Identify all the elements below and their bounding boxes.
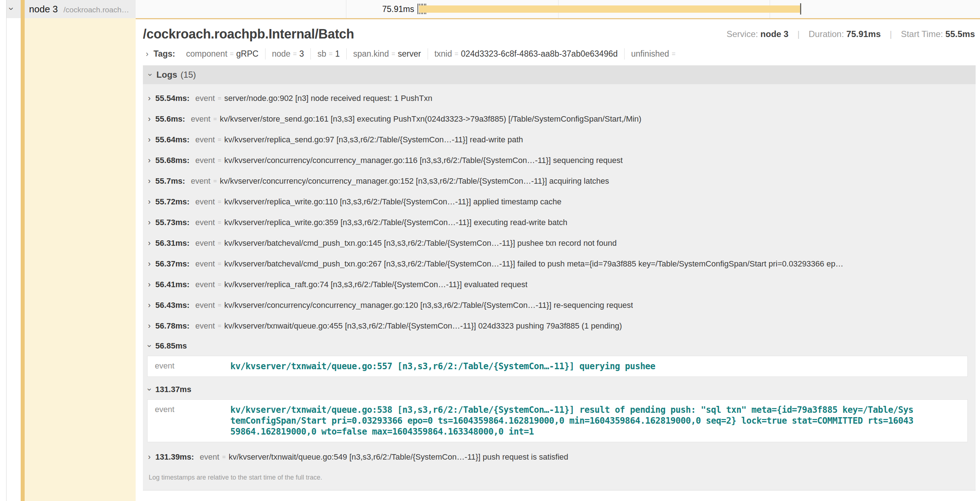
- equals-sign: =: [222, 453, 226, 461]
- collapse-span-chevron-icon[interactable]: ›: [7, 7, 16, 11]
- log-collapse-chevron-icon[interactable]: ›: [145, 388, 153, 391]
- log-message: kv/kvserver/batcheval/cmd_push_txn.go:14…: [224, 239, 617, 248]
- span-service-name[interactable]: node 3: [29, 4, 58, 15]
- log-expand-chevron-icon[interactable]: ›: [148, 322, 151, 330]
- log-marker-end-tick: [800, 3, 801, 14]
- log-row[interactable]: › 56.78ms: event = kv/kvserver/txnwait/q…: [143, 316, 976, 336]
- equals-sign: =: [329, 50, 332, 58]
- logs-collapse-chevron-icon[interactable]: ›: [146, 73, 154, 76]
- log-expand-chevron-icon[interactable]: ›: [148, 94, 151, 102]
- log-field-key: event: [196, 301, 215, 310]
- logs-footer-note: Log timestamps are relative to the start…: [143, 467, 976, 489]
- log-field-key[interactable]: event: [148, 361, 230, 372]
- log-message: server/node.go:902 [n3] node received re…: [224, 94, 432, 103]
- equals-sign: =: [391, 50, 395, 58]
- log-row[interactable]: › 56.31ms: event = kv/kvserver/batcheval…: [143, 233, 976, 254]
- span-indent-column: [25, 18, 136, 501]
- log-row[interactable]: › 55.54ms: event = server/node.go:902 [n…: [143, 88, 976, 108]
- log-timestamp: 55.68ms:: [155, 156, 189, 165]
- duration-label: Duration:: [809, 29, 844, 39]
- log-message: kv/kvserver/batcheval/cmd_push_txn.go:26…: [224, 259, 843, 269]
- log-field-key[interactable]: event: [148, 404, 230, 437]
- log-timestamp: 56.41ms:: [155, 280, 189, 289]
- log-expand-chevron-icon[interactable]: ›: [148, 136, 151, 144]
- equals-sign: =: [218, 95, 221, 102]
- log-row[interactable]: › 55.73ms: event = kv/kvserver/replica_w…: [143, 212, 976, 233]
- log-expand-chevron-icon[interactable]: ›: [148, 239, 151, 247]
- log-row-expanded-header[interactable]: › 56.85ms: [143, 338, 976, 354]
- tag[interactable]: node = 3: [265, 48, 310, 59]
- log-expand-chevron-icon[interactable]: ›: [148, 281, 151, 289]
- log-row[interactable]: › 56.37ms: event = kv/kvserver/batcheval…: [143, 254, 976, 274]
- tag[interactable]: span.kind = server: [346, 48, 428, 59]
- log-field-table: event kv/kvserver/txnwait/queue.go:557 […: [147, 356, 968, 377]
- log-message: kv/kvserver/store_send.go:161 [n3,s3] ex…: [220, 114, 641, 124]
- tag-key: component: [186, 49, 228, 59]
- tags-accordion[interactable]: › Tags: component = gRPC node = 3 sb = 1…: [143, 48, 976, 59]
- tag[interactable]: component = gRPC: [180, 48, 265, 59]
- log-row[interactable]: › 55.72ms: event = kv/kvserver/replica_w…: [143, 191, 976, 212]
- tag-key: txnid: [434, 49, 452, 59]
- log-expand-chevron-icon[interactable]: ›: [148, 156, 151, 164]
- log-timestamp: 56.31ms:: [155, 239, 189, 248]
- log-field-key: event: [196, 135, 215, 145]
- equals-sign: =: [218, 198, 221, 206]
- equals-sign: =: [218, 239, 221, 247]
- log-row[interactable]: › 55.68ms: event = kv/kvserver/concurren…: [143, 150, 976, 171]
- stats-separator: |: [890, 29, 892, 39]
- log-row[interactable]: › 56.41ms: event = kv/kvserver/replica_r…: [143, 274, 976, 295]
- log-field-key: event: [196, 280, 215, 289]
- tag-value: 1: [335, 49, 340, 59]
- equals-sign: =: [672, 50, 676, 58]
- equals-sign: =: [218, 136, 221, 144]
- log-field-value-line: 59864.162819000,0 wto=false max=16043598…: [230, 426, 913, 437]
- span-duration-bar[interactable]: [419, 5, 801, 13]
- log-field-value-line: kv/kvserver/txnwait/queue.go:538 [n3,s3,…: [230, 404, 913, 415]
- log-field-key: event: [191, 176, 210, 186]
- logs-title: Logs: [156, 70, 177, 80]
- log-row[interactable]: › 131.39ms: event = kv/kvserver/txnwait/…: [143, 447, 976, 467]
- log-row[interactable]: › 55.6ms: event = kv/kvserver/store_send…: [143, 108, 976, 129]
- tag-list: component = gRPC node = 3 sb = 1 span.ki…: [180, 48, 684, 59]
- log-row-expanded-header[interactable]: › 131.37ms: [143, 381, 976, 398]
- log-message: kv/kvserver/txnwait/queue.go:549 [n3,s3,…: [229, 452, 568, 462]
- log-row[interactable]: › 56.43ms: event = kv/kvserver/concurren…: [143, 295, 976, 316]
- logs-section: › Logs (15) › 55.54ms: event = server/no…: [143, 65, 976, 490]
- span-detail-panel: /cockroach.roachpb.Internal/Batch Servic…: [136, 18, 980, 501]
- logs-accordion-header[interactable]: › Logs (15): [143, 65, 976, 84]
- log-expand-chevron-icon[interactable]: ›: [148, 115, 151, 123]
- log-expand-chevron-icon[interactable]: ›: [148, 198, 151, 206]
- log-expand-chevron-icon[interactable]: ›: [148, 260, 151, 268]
- equals-sign: =: [218, 260, 221, 268]
- log-row[interactable]: › 55.7ms: event = kv/kvserver/concurrenc…: [143, 171, 976, 191]
- logs-count: (15): [181, 70, 196, 80]
- log-timestamp: 56.78ms:: [155, 321, 189, 331]
- tags-expand-chevron-icon[interactable]: ›: [146, 50, 148, 58]
- log-timestamp: 56.85ms: [155, 341, 187, 351]
- tag[interactable]: sb = 1: [310, 48, 346, 59]
- log-timestamp: 55.6ms:: [155, 114, 185, 124]
- log-expand-chevron-icon[interactable]: ›: [148, 453, 151, 461]
- log-field-key: event: [196, 197, 215, 207]
- log-field-value-line: temConfigSpan/Start pri=0.03293366 epo=0…: [230, 415, 913, 426]
- service-value: node 3: [760, 29, 789, 39]
- log-expand-chevron-icon[interactable]: ›: [148, 219, 151, 227]
- log-message: kv/kvserver/concurrency/concurrency_mana…: [220, 176, 609, 186]
- page-left-border: [6, 0, 6, 501]
- tag[interactable]: unfinished =: [624, 48, 684, 59]
- log-message: kv/kvserver/replica_raft.go:74 [n3,s3,r6…: [224, 280, 527, 289]
- log-message: kv/kvserver/replica_write.go:359 [n3,s3,…: [224, 218, 567, 227]
- log-expand-chevron-icon[interactable]: ›: [148, 302, 151, 309]
- log-field-value-line: kv/kvserver/txnwait/queue.go:557 [n3,s3,…: [230, 361, 655, 372]
- log-expand-chevron-icon[interactable]: ›: [148, 177, 151, 185]
- log-row[interactable]: › 55.64ms: event = kv/kvserver/replica_s…: [143, 129, 976, 150]
- log-timestamp: 56.37ms:: [155, 259, 189, 269]
- trace-timeline-view: › node 3 /cockroach.roach… 75.91ms /cock…: [0, 0, 980, 501]
- span-stats: Service: node 3 | Duration: 75.91ms | St…: [727, 29, 975, 39]
- span-operation-name[interactable]: /cockroach.roach…: [64, 5, 129, 14]
- tag-value: 024d3323-6c8f-4863-aa8b-37ab0e63496d: [461, 49, 618, 59]
- log-timestamp: 131.39ms:: [155, 452, 194, 462]
- log-collapse-chevron-icon[interactable]: ›: [145, 345, 153, 347]
- tag[interactable]: txnid = 024d3323-6c8f-4863-aa8b-37ab0e63…: [428, 48, 624, 59]
- log-field-key: event: [196, 156, 215, 165]
